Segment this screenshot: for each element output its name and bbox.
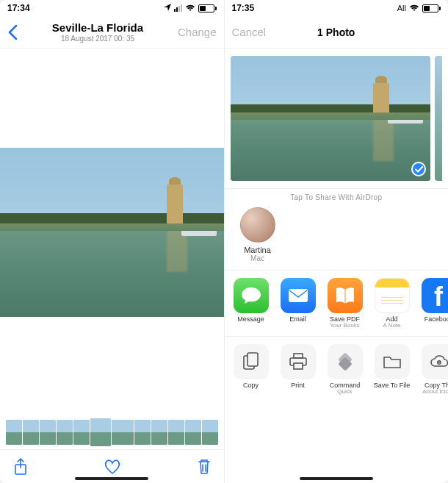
action-icloud[interactable]: Copy TheAbout Icloud bbox=[419, 344, 449, 395]
status-time: 17:34 bbox=[7, 3, 30, 13]
folder-icon bbox=[375, 344, 410, 379]
svg-rect-5 bbox=[248, 353, 258, 366]
action-print[interactable]: Print bbox=[278, 344, 319, 395]
thumbnail-strip[interactable] bbox=[0, 415, 224, 449]
battery-icon bbox=[422, 4, 441, 12]
home-indicator[interactable] bbox=[75, 477, 148, 480]
nav-bar: Seville-La Florida 18 August 2017 00: 35… bbox=[0, 16, 224, 49]
action-shortcuts[interactable]: CommandQuick bbox=[325, 344, 366, 395]
photo-viewer[interactable] bbox=[0, 49, 224, 449]
print-icon bbox=[281, 344, 316, 379]
share-preview[interactable] bbox=[231, 56, 431, 181]
thumb[interactable] bbox=[73, 420, 90, 445]
network-label: All bbox=[397, 4, 406, 12]
trash-icon[interactable] bbox=[198, 459, 211, 475]
thumb[interactable] bbox=[151, 420, 167, 445]
shortcuts-icon bbox=[328, 344, 363, 379]
location-icon bbox=[164, 3, 171, 13]
airdrop-label: Tap To Share With AirDrop bbox=[225, 189, 449, 203]
contact-device: Mac bbox=[250, 254, 264, 262]
svg-rect-6 bbox=[294, 354, 303, 358]
contact-name: Martina bbox=[244, 246, 271, 254]
svg-rect-1 bbox=[289, 289, 308, 302]
nav-subtitle: 18 August 2017 00: 35 bbox=[18, 35, 178, 43]
change-button[interactable]: Change bbox=[178, 26, 217, 38]
wifi-icon bbox=[185, 4, 195, 12]
share-sheet-screen: 17:35 All Cancel 1 Photo bbox=[225, 0, 449, 483]
thumb[interactable] bbox=[40, 420, 56, 445]
nav-title: Seville-La Florida bbox=[18, 21, 178, 34]
status-bar: 17:34 bbox=[0, 0, 224, 16]
thumb[interactable] bbox=[57, 420, 73, 445]
signal-icon bbox=[174, 4, 182, 12]
photo-main[interactable] bbox=[0, 148, 224, 317]
thumb[interactable] bbox=[202, 420, 218, 445]
books-icon bbox=[328, 278, 363, 313]
share-app-notes[interactable]: AddA Note bbox=[372, 278, 413, 329]
messages-icon bbox=[234, 278, 269, 313]
share-app-row[interactable]: Message Email Save PDFYour Books AddA No… bbox=[225, 271, 449, 337]
airdrop-contacts: Martina Mac bbox=[225, 203, 449, 271]
action-savefile[interactable]: Save To File bbox=[372, 344, 413, 395]
share-preview-next[interactable] bbox=[435, 56, 442, 181]
status-bar: 17:35 All bbox=[225, 0, 449, 16]
thumb[interactable] bbox=[134, 420, 151, 445]
battery-icon bbox=[198, 4, 217, 12]
status-time: 17:35 bbox=[232, 3, 255, 13]
svg-rect-8 bbox=[294, 363, 303, 369]
cancel-button[interactable]: Cancel bbox=[232, 26, 273, 38]
thumb[interactable] bbox=[185, 420, 201, 445]
thumb[interactable] bbox=[168, 420, 184, 445]
share-app-books[interactable]: Save PDFYour Books bbox=[325, 278, 366, 329]
wifi-icon bbox=[409, 4, 419, 12]
heart-icon[interactable] bbox=[104, 459, 121, 475]
thumb[interactable] bbox=[112, 420, 134, 445]
mail-icon bbox=[281, 278, 316, 313]
share-app-messages[interactable]: Message bbox=[231, 278, 272, 329]
copy-icon bbox=[234, 344, 269, 379]
notes-icon bbox=[375, 278, 410, 313]
thumb[interactable] bbox=[6, 420, 22, 445]
share-title: 1 Photo bbox=[317, 26, 355, 38]
facebook-icon: f bbox=[422, 278, 449, 313]
share-icon[interactable] bbox=[13, 458, 28, 476]
share-app-mail[interactable]: Email bbox=[278, 278, 319, 329]
action-copy[interactable]: Copy bbox=[231, 344, 272, 395]
share-app-facebook[interactable]: f Facebook bbox=[419, 278, 449, 329]
share-action-row[interactable]: Copy Print CommandQuick Save To File bbox=[225, 337, 449, 417]
home-indicator[interactable] bbox=[300, 477, 373, 480]
thumb-selected[interactable] bbox=[90, 418, 111, 446]
avatar bbox=[240, 207, 275, 243]
thumb[interactable] bbox=[23, 420, 39, 445]
svg-text:f: f bbox=[434, 282, 444, 310]
back-button[interactable] bbox=[7, 24, 18, 40]
photo-viewer-screen: 17:34 Seville-La Florida 18 August 2017 … bbox=[0, 0, 225, 483]
airdrop-contact[interactable]: Martina Mac bbox=[232, 207, 283, 262]
check-icon bbox=[411, 162, 426, 176]
cloud-link-icon bbox=[422, 344, 449, 379]
share-nav-bar: Cancel 1 Photo bbox=[225, 16, 449, 49]
